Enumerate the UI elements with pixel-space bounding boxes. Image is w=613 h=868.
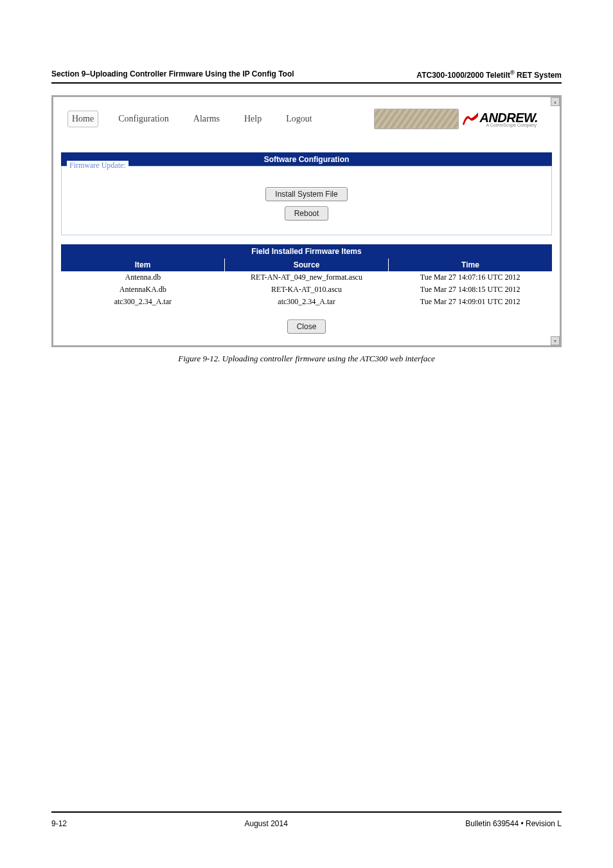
col-time: Time (389, 258, 552, 271)
table-row: atc300_2.34_A.tar atc300_2.34_A.tar Tue … (61, 296, 552, 308)
footer-left: 9-12 (51, 819, 67, 828)
firmware-update-legend: Firmware Update: (67, 161, 129, 170)
firmware-table-title: Field Installed Firmware Items (61, 244, 552, 258)
swoosh-icon (463, 111, 478, 125)
footer-right: Bulletin 639544 • Revision L (465, 819, 562, 828)
footer-rule (51, 811, 562, 813)
cell-item: AntennaKA.db (61, 284, 225, 296)
cell-source: RET-AN-AT_049_new_format.ascu (225, 271, 389, 284)
cell-item: atc300_2.34_A.tar (61, 296, 225, 308)
cell-source: RET-KA-AT_010.ascu (225, 284, 389, 296)
registered-icon: ® (510, 69, 515, 76)
nav-alarms[interactable]: Alarms (189, 111, 224, 127)
nav-help[interactable]: Help (240, 111, 266, 127)
nav-configuration[interactable]: Configuration (114, 111, 173, 127)
nav-logout[interactable]: Logout (281, 111, 316, 127)
screenshot-inner: Home Configuration Alarms Help Logout AN… (53, 97, 560, 345)
table-header: Item Source Time (61, 258, 552, 271)
header-right-prefix: ATC300-1000/2000 Teletilt (416, 71, 510, 80)
nav-items: Home Configuration Alarms Help Logout (67, 111, 317, 127)
header-right: ATC300-1000/2000 Teletilt® RET System (416, 69, 562, 80)
logo-subtext: A CommScope Company (486, 123, 537, 127)
table-row: Antenna.db RET-AN-AT_049_new_format.ascu… (61, 271, 552, 284)
firmware-update-fieldset: Firmware Update: Install System File Reb… (61, 166, 552, 235)
install-system-file-button[interactable]: Install System File (265, 187, 347, 201)
col-item: Item (61, 258, 225, 271)
firmware-table: Field Installed Firmware Items Item Sour… (61, 244, 552, 336)
nav-home[interactable]: Home (67, 111, 98, 127)
header-right-suffix: RET System (515, 71, 562, 80)
cell-source: atc300_2.34_A.tar (225, 296, 389, 308)
cell-time: Tue Mar 27 14:09:01 UTC 2012 (388, 296, 552, 308)
cell-time: Tue Mar 27 14:07:16 UTC 2012 (388, 271, 552, 284)
page-footer: 9-12 August 2014 Bulletin 639544 • Revis… (51, 819, 562, 828)
page-header: Section 9–Uploading Controller Firmware … (51, 69, 562, 84)
header-left: Section 9–Uploading Controller Firmware … (51, 69, 294, 80)
reboot-button[interactable]: Reboot (285, 206, 329, 221)
antenna-image-icon (374, 109, 459, 129)
cell-item: Antenna.db (61, 271, 225, 284)
cell-time: Tue Mar 27 14:08:15 UTC 2012 (388, 284, 552, 296)
andrew-logo: ANDREW. A CommScope Company (463, 111, 538, 127)
screenshot-frame: ▴ ▾ Home Configuration Alarms Help Logou… (51, 95, 562, 347)
logo-block: ANDREW. A CommScope Company (374, 109, 538, 129)
software-config-title: Software Configuration (61, 152, 552, 167)
nav-row: Home Configuration Alarms Help Logout AN… (62, 109, 551, 129)
document-page: Section 9–Uploading Controller Firmware … (0, 0, 613, 868)
col-source: Source (225, 258, 389, 271)
figure-caption: Figure 9-12. Uploading controller firmwa… (51, 354, 562, 364)
footer-center: August 2014 (245, 819, 288, 828)
close-button[interactable]: Close (287, 320, 326, 334)
table-row: AntennaKA.db RET-KA-AT_010.ascu Tue Mar … (61, 284, 552, 296)
